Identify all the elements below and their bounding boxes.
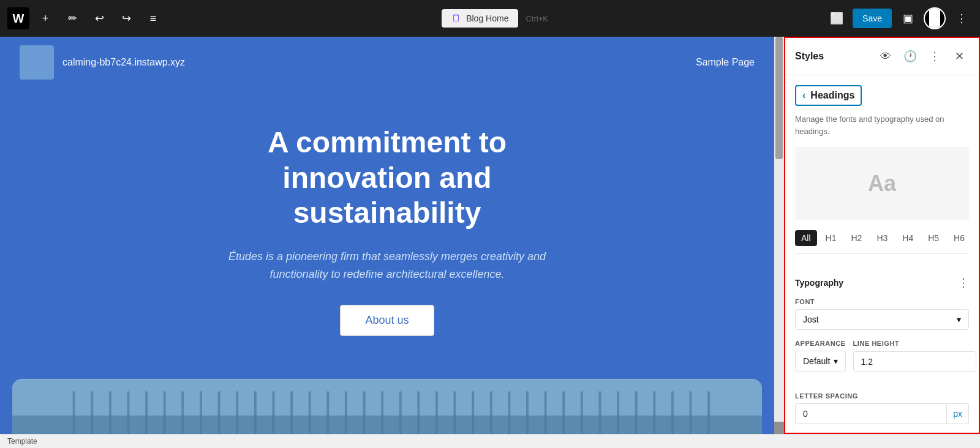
save-button[interactable]: Save [853,9,892,28]
keyboard-shortcut: Ctrl+K [526,14,548,23]
document-overview-button[interactable]: ≡ [142,7,164,29]
svg-rect-34 [653,392,655,434]
about-us-button[interactable]: About us [340,305,434,336]
panel-more-button[interactable]: ⋮ [925,47,944,66]
svg-rect-5 [127,392,130,434]
tab-h3[interactable]: H3 [870,230,894,246]
line-height-label: LINE HEIGHT [853,340,979,347]
svg-rect-31 [598,392,601,434]
svg-rect-12 [254,392,257,434]
headings-section: ‹ Headings Manage the fonts and typograp… [785,75,979,276]
status-bar: Template [0,434,980,448]
site-header: calming-bb7c24.instawp.xyz Sample Page [0,37,774,88]
panel-title: Styles [795,51,824,62]
font-chevron-icon: ▾ [957,315,961,324]
tab-h5[interactable]: H5 [922,230,945,246]
letter-spacing-section: LETTER SPACING px [785,392,979,433]
svg-rect-28 [545,392,547,434]
page-icon: 🗒 [451,13,461,24]
scrollbar[interactable] [774,37,784,422]
canvas-area: calming-bb7c24.instawp.xyz Sample Page A… [0,37,784,434]
blog-home-label: Blog Home [466,13,508,23]
appearance-col: APPEARANCE Default ▾ [795,340,846,373]
tab-h4[interactable]: H4 [896,230,919,246]
font-value: Jost [803,315,819,324]
typography-preview-box: Aa [795,147,969,220]
letter-spacing-input[interactable] [795,403,947,424]
tab-all[interactable]: All [795,230,817,246]
tab-h2[interactable]: H2 [845,230,868,246]
styles-panel: Styles 👁 🕐 ⋮ ✕ ‹ Headings Manage the fon… [784,37,980,434]
svg-rect-21 [417,392,420,434]
options-button[interactable]: ⋮ [951,7,973,29]
svg-rect-37 [707,392,710,434]
letter-spacing-label: LETTER SPACING [795,392,969,400]
appearance-select[interactable]: Default ▾ [795,351,846,371]
svg-rect-17 [345,392,347,434]
svg-rect-22 [435,392,438,434]
toolbar-center: 🗒 Blog Home Ctrl+K [169,9,821,28]
heading-tabs: All H1 H2 H3 H4 H5 H6 [795,230,969,254]
line-height-input[interactable] [853,351,976,372]
svg-rect-6 [145,392,148,434]
site-nav-link[interactable]: Sample Page [696,57,755,68]
svg-rect-9 [200,392,202,434]
main-area: calming-bb7c24.instawp.xyz Sample Page A… [0,37,980,434]
letter-spacing-control: px [795,403,969,424]
font-select-dropdown[interactable]: Jost ▾ [795,309,969,330]
color-scheme-toggle[interactable] [924,7,946,29]
eye-icon-button[interactable]: 👁 [876,47,895,66]
history-button[interactable]: 🕐 [900,47,920,66]
panel-header: Styles 👁 🕐 ⋮ ✕ [785,38,979,75]
scrollbar-track [774,37,784,422]
preview-view-button[interactable]: ⬜ [826,7,848,29]
back-arrow-icon: ‹ [802,90,805,101]
blog-home-button[interactable]: 🗒 Blog Home [442,9,518,28]
letter-spacing-unit[interactable]: px [947,403,969,424]
svg-rect-24 [472,392,474,434]
svg-rect-36 [690,392,692,434]
redo-button[interactable]: ↪ [115,7,137,29]
building-section [0,379,774,434]
font-select-row: FONT Jost ▾ [795,298,969,330]
wp-logo-icon[interactable]: W [7,7,29,29]
svg-rect-16 [326,392,329,434]
typography-more-button[interactable]: ⋮ [958,276,969,289]
tab-h1[interactable]: H1 [820,230,843,246]
typography-label: Typography [795,278,843,288]
line-height-control: + − [853,351,979,373]
svg-rect-23 [454,392,456,434]
svg-rect-26 [508,392,510,434]
site-domain: calming-bb7c24.instawp.xyz [62,57,185,68]
headings-description: Manage the fonts and typography used on … [795,113,969,137]
svg-rect-3 [91,392,93,434]
svg-rect-4 [109,392,111,434]
svg-rect-2 [73,392,75,434]
back-button[interactable]: ‹ Headings [795,85,862,106]
typography-title-row: Typography ⋮ [795,276,969,289]
add-block-button[interactable]: + [34,7,56,29]
hero-subtitle: Études is a pioneering firm that seamles… [216,248,559,283]
tools-button[interactable]: ✏ [61,7,83,29]
half-circle-inner [929,7,940,29]
line-height-col: LINE HEIGHT + − [853,340,979,373]
svg-rect-30 [581,392,583,434]
font-field-label: FONT [795,298,969,305]
svg-rect-10 [218,392,221,434]
toolbar: W + ✏ ↩ ↪ ≡ 🗒 Blog Home Ctrl+K ⬜ Save ▣ … [0,0,980,37]
undo-button[interactable]: ↩ [88,7,110,29]
building-image [12,379,762,434]
svg-rect-32 [617,392,619,434]
hero-section: A commitment to innovation and sustainab… [0,88,774,379]
site-logo-box [20,45,54,80]
close-panel-button[interactable]: ✕ [949,47,969,66]
panel-body: ‹ Headings Manage the fonts and typograp… [785,75,979,433]
svg-rect-11 [236,392,238,434]
tab-h6[interactable]: H6 [948,230,971,246]
split-view-button[interactable]: ▣ [897,7,919,29]
scrollbar-thumb[interactable] [775,37,783,159]
svg-rect-27 [526,392,529,434]
svg-rect-20 [399,392,402,434]
appearance-label: APPEARANCE [795,340,846,347]
headings-title: Headings [810,90,854,101]
